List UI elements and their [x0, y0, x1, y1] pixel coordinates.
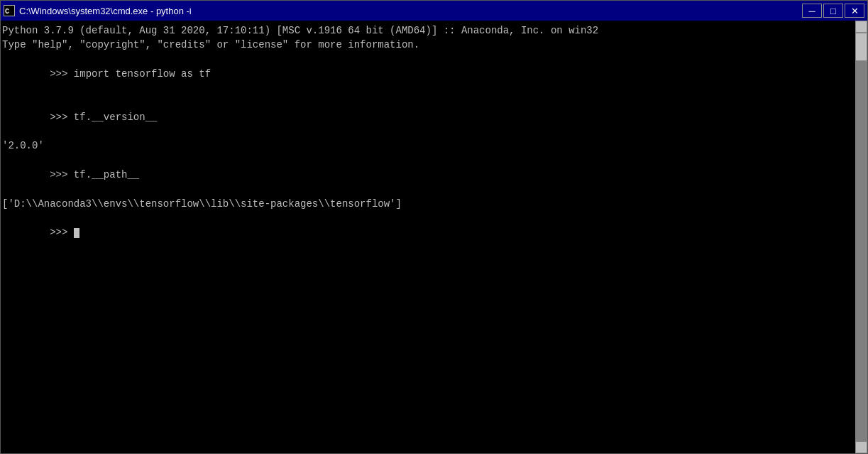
type-help-text: Type "help", "copyright", "credits" or "…: [2, 39, 419, 50]
svg-text:C: C: [5, 8, 9, 16]
cmd-window: C C:\Windows\system32\cmd.exe - python -…: [0, 0, 868, 454]
cursor: [74, 228, 79, 238]
cmd-icon: C: [4, 5, 15, 16]
line-version-cmd: >>> tf.__version__: [2, 95, 852, 139]
title-bar-left: C C:\Windows\system32\cmd.exe - python -…: [4, 5, 192, 16]
code-version: tf.__version__: [74, 112, 158, 123]
prompt-1: >>>: [50, 68, 74, 80]
line-version-output: '2.0.0': [2, 139, 852, 153]
path-output: ['D:\\Anaconda3\\envs\\tensorflow\\lib\\…: [2, 198, 402, 210]
line-path-output: ['D:\\Anaconda3\\envs\\tensorflow\\lib\\…: [2, 197, 852, 211]
minimize-button[interactable]: ─: [802, 4, 822, 18]
code-import: import tensorflow as tf: [74, 68, 211, 80]
version-output: '2.0.0': [2, 140, 44, 151]
maximize-button[interactable]: □: [823, 4, 843, 18]
window-title: C:\Windows\system32\cmd.exe - python -i: [19, 6, 192, 16]
close-button[interactable]: ✕: [845, 4, 864, 18]
line-cursor: >>>: [2, 211, 852, 254]
scroll-up-button[interactable]: ▲: [855, 21, 867, 33]
title-bar: C C:\Windows\system32\cmd.exe - python -…: [1, 1, 867, 21]
prompt-3: >>>: [50, 169, 74, 180]
terminal-area[interactable]: Python 3.7.9 (default, Aug 31 2020, 17:1…: [1, 21, 867, 453]
prompt-2: >>>: [50, 112, 74, 123]
scrollbar[interactable]: ▲ ▼: [855, 21, 867, 453]
python-version-text: Python 3.7.9 (default, Aug 31 2020, 17:1…: [2, 25, 598, 36]
prompt-4: >>>: [50, 227, 74, 238]
title-bar-buttons: ─ □ ✕: [802, 4, 864, 18]
line-python-version: Python 3.7.9 (default, Aug 31 2020, 17:1…: [2, 23, 852, 38]
terminal-content: Python 3.7.9 (default, Aug 31 2020, 17:1…: [2, 23, 852, 254]
line-import: >>> import tensorflow as tf: [2, 53, 852, 96]
code-path: tf.__path__: [74, 169, 139, 180]
scroll-thumb[interactable]: [855, 33, 867, 61]
line-path-cmd: >>> tf.__path__: [2, 153, 852, 197]
scroll-track[interactable]: [855, 33, 867, 441]
line-type-help: Type "help", "copyright", "credits" or "…: [2, 38, 852, 52]
scroll-down-button[interactable]: ▼: [855, 441, 867, 453]
